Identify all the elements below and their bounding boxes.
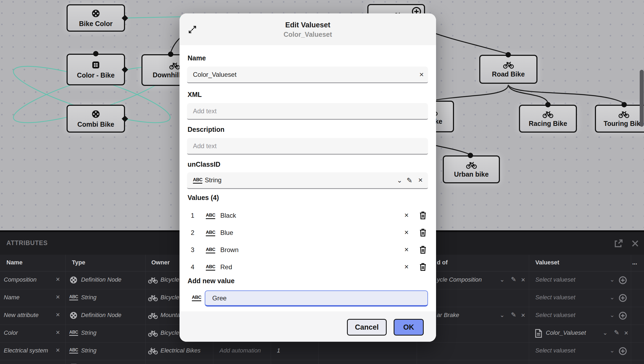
remove-attr-icon[interactable]: ×	[56, 346, 60, 354]
string-type-icon: ABC	[193, 177, 202, 184]
value-text: Red	[220, 263, 232, 271]
chevron-down-icon[interactable]: ⌄	[500, 276, 504, 283]
add-new-value-input[interactable]	[205, 290, 428, 307]
remove-attr-icon[interactable]: ×	[56, 311, 60, 319]
bicycle-icon	[169, 61, 181, 70]
name-input[interactable]	[187, 67, 428, 83]
definition-node-icon	[69, 311, 78, 320]
string-type-icon: ABC	[206, 247, 215, 253]
remove-value-icon[interactable]: ×	[404, 263, 409, 271]
chevron-down-icon[interactable]: ⌄	[397, 177, 402, 184]
edit-pencil-icon[interactable]: ✎	[407, 176, 412, 185]
description-input[interactable]	[187, 138, 428, 155]
node-touring-bike[interactable]: Touring Bike	[595, 105, 644, 133]
connector-dot[interactable]	[545, 102, 551, 107]
bicycle-icon	[503, 61, 514, 69]
node-label: Urban bike	[454, 170, 489, 178]
value-index: 2	[191, 229, 194, 236]
bicycle-icon	[542, 110, 554, 118]
col-header-more[interactable]: ...	[632, 259, 637, 266]
valueset-placeholder[interactable]: Select valueset	[535, 294, 575, 301]
valueset-placeholder[interactable]: Select valueset	[535, 276, 575, 283]
clear-icon[interactable]: ×	[521, 311, 525, 319]
node-label: Racing Bike	[529, 120, 567, 128]
connector-dot[interactable]	[621, 102, 627, 107]
edit-pencil-icon[interactable]: ✎	[614, 329, 619, 336]
chevron-down-icon[interactable]: ⌄	[610, 347, 614, 354]
xml-label: XML	[188, 91, 202, 99]
node-bike-color[interactable]: Bike Color	[67, 4, 125, 32]
canvas-vertical-scrollbar[interactable]	[640, 70, 644, 127]
clear-icon[interactable]: ×	[418, 176, 423, 184]
clear-icon[interactable]: ×	[624, 329, 628, 337]
chevron-down-icon[interactable]: ⌄	[500, 312, 504, 319]
node-urban-bike[interactable]: Urban bike	[443, 155, 500, 183]
add-new-value-label: Add new value	[188, 277, 235, 285]
remove-attr-icon[interactable]: ×	[56, 293, 60, 301]
panel-title: ATTRIBUTES	[6, 239, 48, 247]
remove-value-icon[interactable]: ×	[404, 228, 409, 237]
node-label: Touring Bike	[604, 120, 644, 128]
valueset-placeholder[interactable]: Select valueset	[535, 312, 575, 319]
value-row: 3 ABC Brown ×	[188, 245, 428, 255]
connector-dot[interactable]	[93, 51, 98, 56]
trash-icon[interactable]	[419, 245, 427, 254]
string-type-icon: ABC	[69, 348, 78, 354]
bicycle-icon	[148, 311, 158, 320]
remove-value-icon[interactable]: ×	[404, 246, 409, 254]
cancel-button[interactable]: Cancel	[347, 319, 387, 336]
valueset-selected[interactable]: Color_Valueset	[546, 329, 586, 336]
modal-title: Edit Valueset	[180, 21, 436, 29]
clear-name-icon[interactable]: ×	[419, 70, 424, 79]
connector-dot[interactable]	[468, 153, 473, 158]
node-racing-bike[interactable]: Racing Bike	[519, 105, 577, 133]
trash-icon[interactable]	[419, 228, 427, 237]
attr-type: Definition Node	[81, 276, 121, 283]
node-road-bike[interactable]: Road Bike	[479, 55, 537, 84]
add-circle-icon[interactable]	[618, 311, 627, 320]
close-icon[interactable]	[630, 238, 640, 249]
valueset-wheel-icon	[91, 9, 101, 18]
connector-dot[interactable]	[168, 52, 173, 57]
xml-input[interactable]	[187, 103, 428, 120]
edit-pencil-icon[interactable]: ✎	[511, 311, 516, 319]
value-text: Black	[220, 212, 236, 219]
chevron-down-icon[interactable]: ⌄	[603, 329, 608, 336]
attr-name: Composition	[4, 276, 36, 283]
add-circle-icon[interactable]	[618, 293, 627, 303]
remove-value-icon[interactable]: ×	[404, 211, 409, 220]
trash-icon[interactable]	[419, 262, 427, 271]
col-header-owner[interactable]: Owner	[151, 259, 170, 266]
edit-pencil-icon[interactable]: ✎	[511, 276, 516, 283]
valueset-wheel-icon	[91, 109, 101, 119]
remove-attr-icon[interactable]: ×	[56, 275, 60, 283]
string-type-icon: ABC	[206, 213, 215, 219]
node-combi-bike[interactable]: Combi Bike	[67, 105, 125, 133]
attr-type: Definition Node	[81, 312, 121, 319]
col-header-kind-of[interactable]: d of	[437, 259, 448, 266]
col-header-name[interactable]: Name	[6, 259, 23, 266]
chevron-down-icon[interactable]: ⌄	[610, 312, 614, 319]
add-circle-icon[interactable]	[618, 276, 627, 285]
chevron-down-icon[interactable]: ⌄	[610, 294, 614, 301]
string-type-icon: ABC	[206, 230, 215, 236]
trash-icon[interactable]	[419, 211, 427, 220]
open-external-icon[interactable]	[613, 238, 624, 249]
unclassid-field[interactable]: ABC String ⌄ ✎ ×	[187, 172, 428, 189]
connector-dot[interactable]	[506, 52, 511, 57]
remove-attr-icon[interactable]: ×	[56, 328, 60, 337]
table-row-partial[interactable]	[0, 360, 644, 364]
clear-icon[interactable]: ×	[521, 276, 525, 284]
col-header-valueset[interactable]: Valueset	[535, 259, 559, 266]
ok-button[interactable]: OK	[394, 319, 424, 336]
valueset-placeholder[interactable]: Select valueset	[535, 347, 575, 354]
automation-placeholder[interactable]: Add automation	[219, 347, 261, 354]
chevron-down-icon[interactable]: ⌄	[610, 276, 614, 283]
table-row[interactable]: Electrical system × ABC String Electrica…	[0, 342, 644, 360]
document-icon	[535, 329, 543, 338]
node-color-bike[interactable]: Color - Bike	[67, 54, 125, 85]
value-text: Blue	[220, 229, 233, 236]
value-index: 1	[191, 212, 194, 219]
add-circle-icon[interactable]	[618, 347, 627, 356]
col-header-type[interactable]: Type	[72, 259, 85, 266]
